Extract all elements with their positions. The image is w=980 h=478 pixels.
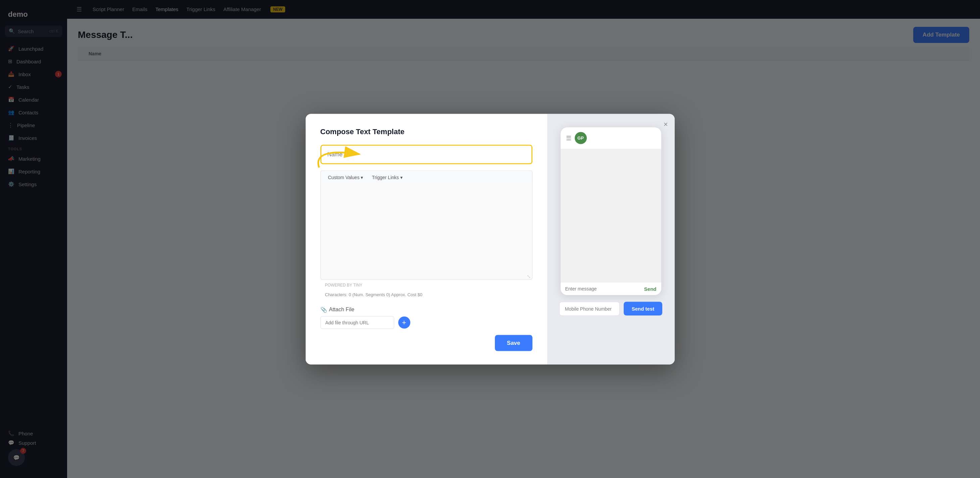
trigger-links-button[interactable]: Trigger Links ▾ (369, 173, 405, 181)
paperclip-icon: 📎 (320, 306, 327, 313)
custom-values-button[interactable]: Custom Values ▾ (325, 173, 366, 181)
phone-send-button[interactable]: Send (644, 286, 657, 292)
template-name-input[interactable] (321, 146, 531, 163)
save-button[interactable]: Save (495, 335, 533, 351)
powered-by-label: POWERED BY TINY (325, 283, 363, 287)
attach-file-label: 📎 Attach File (320, 306, 533, 313)
modal-right-panel: × ☰ GP Send Send test (547, 114, 675, 364)
phone-message-input[interactable] (565, 286, 641, 292)
attach-section: 📎 Attach File + (320, 306, 533, 329)
send-test-section: Send test (555, 302, 667, 316)
url-input[interactable] (320, 316, 394, 329)
modal-left-panel: Compose Text Template Custom Values ▾ Tr… (305, 114, 547, 364)
custom-values-chevron-icon: ▾ (361, 175, 363, 180)
phone-menu-icon: ☰ (566, 134, 571, 141)
phone-preview: ☰ GP Send (561, 127, 661, 295)
plus-icon: + (402, 318, 406, 327)
editor-container: Custom Values ▾ Trigger Links ▾ ⤡ POWERE… (320, 170, 533, 300)
send-test-button[interactable]: Send test (624, 302, 663, 316)
attach-row: + (320, 316, 533, 329)
avatar: GP (575, 132, 587, 144)
mobile-phone-input[interactable] (559, 302, 620, 316)
phone-message-body (561, 149, 661, 282)
text-editor-area: ⤡ (320, 184, 533, 279)
trigger-links-chevron-icon: ▾ (400, 175, 402, 180)
resize-handle[interactable]: ⤡ (527, 274, 531, 278)
editor-toolbar: Custom Values ▾ Trigger Links ▾ (320, 170, 533, 184)
phone-header: ☰ GP (561, 127, 661, 149)
trigger-links-label: Trigger Links (372, 175, 399, 180)
modal-title: Compose Text Template (320, 127, 533, 136)
custom-values-label: Custom Values (328, 175, 360, 180)
add-url-button[interactable]: + (398, 316, 410, 329)
char-count-label: Characters: 0 (Num. Segments 0) Approx. … (320, 290, 533, 300)
message-textarea[interactable] (321, 184, 532, 278)
phone-input-row: Send (561, 282, 661, 295)
editor-footer: POWERED BY TINY (320, 279, 533, 290)
compose-template-modal: Compose Text Template Custom Values ▾ Tr… (305, 114, 675, 364)
modal-actions: Save (320, 335, 533, 351)
name-input-wrapper (320, 145, 533, 164)
close-button[interactable]: × (663, 120, 668, 129)
